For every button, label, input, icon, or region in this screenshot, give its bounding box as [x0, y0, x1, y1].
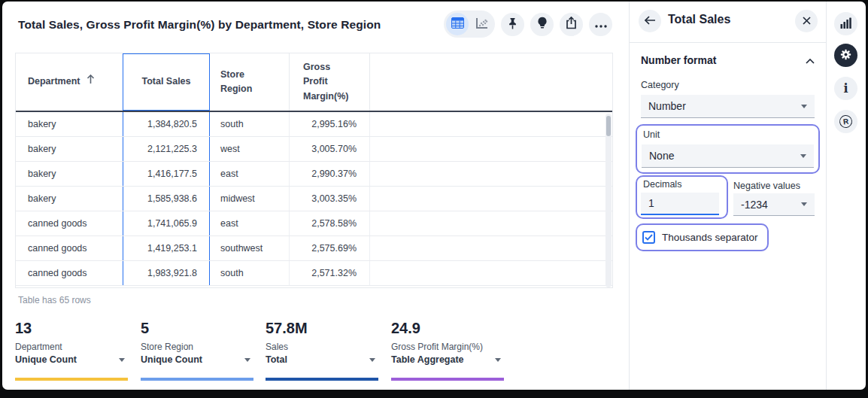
settings-button[interactable] [834, 44, 857, 67]
page-title: Total Sales, Gross Profit Margin(%) by D… [18, 18, 381, 32]
column-header-department[interactable]: Department [16, 53, 123, 111]
data-table: Department Total Sales Store Region Gros… [15, 53, 613, 288]
negative-values-dropdown[interactable]: -1234 [733, 193, 815, 216]
thousands-separator-label: Thousands separator [662, 232, 758, 243]
table-cell: bakery [16, 187, 123, 211]
summary-color-bar [141, 378, 253, 381]
summary-aggregate-label: Unique Count [15, 354, 77, 365]
column-header-gross-profit-margin[interactable]: Gross Profit Margin(%) [290, 53, 370, 111]
table-cell: west [210, 137, 290, 161]
column-header-store-region[interactable]: Store Region [210, 53, 290, 111]
decimals-input[interactable] [641, 193, 719, 215]
summary-color-bar [266, 378, 378, 381]
table-cell: 1,983,921.8 [123, 261, 210, 285]
table-cell: 1,741,065.9 [123, 211, 210, 235]
table-cell: south [210, 261, 290, 285]
table-cell: 1,416,177.5 [123, 162, 210, 186]
table-row[interactable]: bakery1,384,820.5south2,995.16% [16, 112, 612, 137]
chevron-down-icon [495, 358, 501, 362]
summary-color-bar [15, 378, 128, 381]
table-cell: midwest [210, 187, 290, 211]
table-cell: east [210, 211, 290, 235]
table-row[interactable]: bakery1,585,938.6midwest3,003.35% [16, 187, 612, 211]
number-format-section-header[interactable]: Number format [641, 54, 815, 66]
pin-icon [507, 17, 518, 32]
table-cell: 2,578.58% [290, 211, 370, 235]
table-cell-empty [370, 211, 612, 235]
table-header: Department Total Sales Store Region Gros… [16, 53, 612, 112]
summary-label: Department [15, 342, 128, 352]
share-button[interactable] [560, 13, 583, 36]
table-cell: bakery [16, 112, 123, 136]
r-badge-button[interactable]: R [834, 110, 857, 133]
chevron-down-icon [244, 358, 250, 362]
r-badge-icon: R [839, 114, 853, 129]
sort-ascending-icon[interactable] [86, 74, 95, 89]
table-cell-empty [370, 137, 612, 161]
table-cell: southwest [210, 236, 290, 260]
insights-button[interactable] [530, 13, 554, 36]
summary-label: Sales [266, 342, 378, 352]
table-cell: 1,419,253.1 [123, 236, 210, 260]
summary-aggregate-dropdown[interactable]: Total [266, 354, 378, 365]
summary-card: 5Store RegionUnique Count [141, 320, 253, 381]
table-row[interactable]: canned goods1,741,065.9east2,578.58% [16, 211, 612, 236]
table-cell: 3,005.70% [290, 137, 370, 161]
table-row[interactable]: canned goods1,419,253.1southwest2,575.69… [16, 236, 612, 261]
table-row[interactable]: bakery1,416,177.5east2,990.37% [16, 162, 612, 187]
decimals-label: Decimals [643, 179, 681, 190]
table-cell: 2,990.37% [290, 162, 370, 186]
table-row[interactable]: bakery2,121,225.3west3,005.70% [16, 137, 612, 162]
panel-back-button[interactable] [639, 10, 661, 32]
summary-aggregate-label: Unique Count [141, 354, 202, 365]
ellipsis-icon [595, 19, 607, 30]
lightbulb-icon [537, 17, 548, 32]
chart-options-button[interactable] [834, 12, 857, 35]
table-cell: 2,575.69% [290, 236, 370, 260]
summary-aggregate-dropdown[interactable]: Unique Count [15, 354, 128, 365]
panel-header-divider [630, 42, 826, 43]
summary-color-bar [391, 378, 504, 381]
info-button[interactable]: i [834, 77, 857, 100]
table-cell: 2,995.16% [290, 112, 370, 136]
summary-aggregate-dropdown[interactable]: Unique Count [141, 354, 253, 365]
summary-aggregate-label: Total [266, 354, 287, 365]
unit-value: None [649, 150, 674, 162]
pin-button[interactable] [501, 13, 524, 36]
unit-dropdown[interactable]: None [642, 144, 814, 168]
panel-close-button[interactable] [795, 10, 818, 32]
thousands-separator-row: Thousands separator [636, 223, 769, 251]
column-header-total-sales[interactable]: Total Sales [123, 53, 210, 111]
chevron-up-icon [806, 54, 815, 66]
view-toggle [444, 11, 495, 38]
scrollbar-thumb[interactable] [606, 116, 611, 136]
summary-label: Store Region [141, 342, 253, 352]
summary-cards: 13DepartmentUnique Count5Store RegionUni… [2, 320, 629, 381]
summary-label: Gross Profit Margin(%) [391, 342, 504, 352]
table-cell: canned goods [16, 236, 123, 260]
negative-values-value: -1234 [741, 199, 768, 211]
close-icon [803, 16, 811, 27]
table-scrollbar[interactable] [605, 114, 612, 287]
table-cell: bakery [16, 137, 123, 161]
column-header-empty [370, 53, 612, 111]
category-dropdown[interactable]: Number [641, 95, 815, 118]
table-cell: 1,585,938.6 [123, 187, 210, 211]
summary-aggregate-dropdown[interactable]: Table Aggregate [391, 354, 504, 365]
thousands-separator-checkbox[interactable] [642, 231, 655, 244]
table-cell: 3,003.35% [290, 187, 370, 211]
column-header-label: Department [28, 74, 80, 89]
table-body: bakery1,384,820.5south2,995.16%bakery2,1… [16, 112, 612, 286]
section-title: Number format [641, 54, 716, 66]
table-cell: south [210, 112, 290, 136]
table-cell: 2,121,225.3 [123, 137, 210, 161]
scatter-chart-icon [475, 17, 488, 32]
toolbar [444, 11, 612, 38]
table-view-button[interactable] [446, 13, 469, 35]
table-row[interactable]: canned goods1,983,921.8south2,571.32% [16, 261, 612, 286]
back-arrow-icon [645, 16, 656, 27]
chart-view-button[interactable] [470, 13, 493, 35]
table-cell: east [210, 162, 290, 186]
more-button[interactable] [589, 13, 612, 36]
chevron-down-icon [119, 358, 125, 362]
